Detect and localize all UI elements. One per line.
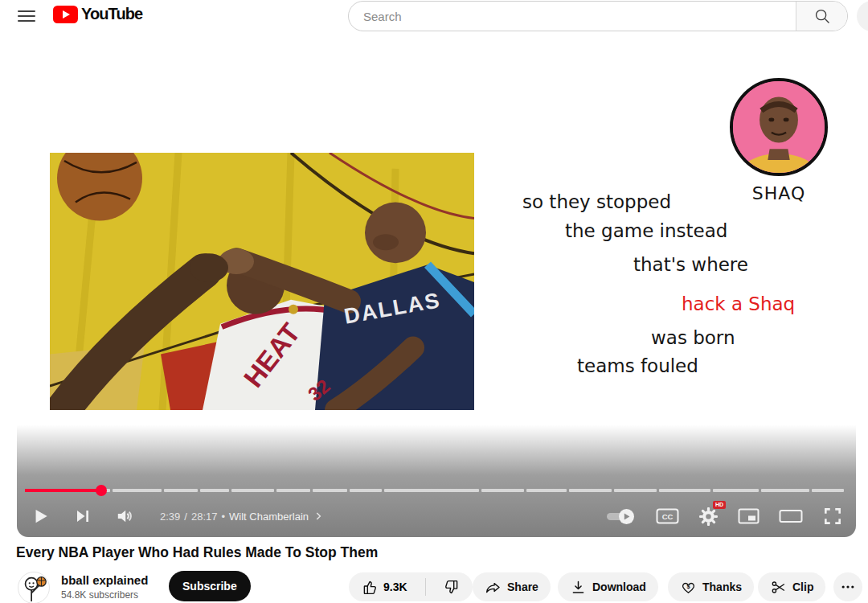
chapter-segment [113, 489, 161, 492]
caption-line: the game instead [565, 220, 727, 241]
chapter-segment [384, 489, 480, 492]
menu-button[interactable] [14, 6, 39, 27]
video-title: Every NBA Player Who Had Rules Made To S… [16, 544, 378, 561]
share-icon [485, 579, 502, 596]
share-label: Share [507, 580, 538, 593]
gear-icon [698, 507, 719, 527]
subscribe-button[interactable]: Subscribe [169, 571, 251, 601]
miniplayer-icon [738, 507, 760, 525]
duration: 28:17 [191, 511, 218, 523]
thanks-label: Thanks [702, 580, 742, 593]
youtube-logo[interactable]: YouTube [53, 5, 142, 23]
chapter-bullet: • [221, 511, 225, 523]
volume-button[interactable] [115, 506, 136, 527]
chapter-segment [526, 489, 566, 492]
youtube-wordmark: YouTube [81, 5, 142, 23]
chapter-segment [713, 489, 758, 492]
play-icon [30, 506, 51, 527]
time-display: 2:39 / 28:17 • Wilt Chamberlain [160, 511, 324, 523]
chapter-segment [614, 489, 657, 492]
player-controls: 2:39 / 28:17 • Wilt Chamberlain CC [17, 500, 856, 532]
fullscreen-icon [822, 506, 843, 527]
search-button[interactable] [796, 2, 847, 31]
miniplayer-button[interactable] [738, 507, 760, 525]
caption-line: that's where [633, 254, 748, 275]
clip-button[interactable]: Clip [758, 572, 825, 601]
search-input[interactable] [349, 2, 796, 31]
chapter-segment [164, 489, 198, 492]
channel-avatar[interactable] [18, 572, 50, 603]
play-button[interactable] [30, 506, 51, 527]
scissors-icon [770, 579, 787, 596]
search-icon [813, 7, 831, 25]
like-button[interactable]: 9.3K [349, 572, 420, 601]
youtube-play-icon [53, 6, 78, 23]
chevron-right-icon[interactable] [313, 511, 324, 522]
progress-played [25, 489, 101, 492]
cc-icon: CC [656, 507, 679, 525]
dislike-button[interactable] [432, 572, 473, 601]
like-dislike-group: 9.3K [349, 572, 473, 601]
chapter-segment [350, 489, 382, 492]
svg-text:CC: CC [662, 512, 674, 521]
chapter-segment [659, 489, 710, 492]
mic-button[interactable] [857, 1, 868, 31]
chapter-segment [481, 489, 524, 492]
search-bar [348, 1, 848, 31]
progress-scrubber[interactable] [96, 485, 107, 496]
download-icon [570, 579, 587, 596]
current-time: 2:39 [160, 511, 180, 523]
subtitles-button[interactable]: CC [656, 507, 679, 525]
thanks-button[interactable]: $ Thanks [668, 572, 754, 601]
fullscreen-button[interactable] [822, 506, 843, 527]
like-divider [425, 578, 426, 596]
more-actions-button[interactable] [833, 572, 862, 601]
chapter-segment [200, 489, 229, 492]
channel-name[interactable]: bball explained [61, 573, 148, 587]
download-label: Download [592, 580, 646, 593]
chapter-segment [569, 489, 612, 492]
heart-dollar-icon: $ [680, 579, 697, 596]
share-button[interactable]: Share [473, 572, 551, 601]
thumbs-up-icon [361, 579, 378, 596]
top-bar: YouTube [0, 0, 868, 37]
chapter-segment [812, 489, 844, 492]
video-player[interactable]: HEAT 32 DALLAS so they stopped the game … [17, 39, 856, 537]
thumbs-down-icon [444, 579, 461, 596]
next-button[interactable] [73, 507, 92, 526]
shaq-label: SHAQ [730, 183, 828, 203]
theater-button[interactable] [779, 507, 803, 525]
theater-icon [779, 507, 803, 525]
chapter-segment [231, 489, 274, 492]
progress-bar[interactable] [25, 489, 846, 492]
caption-line: hack a Shaq [682, 293, 795, 314]
time-separator: / [184, 511, 187, 523]
chapter-segment [313, 489, 347, 492]
download-button[interactable]: Download [558, 572, 658, 601]
autoplay-icon [604, 507, 637, 526]
chapter-title[interactable]: Wilt Chamberlain [229, 511, 309, 523]
chapter-segment [276, 489, 310, 492]
channel-subscribers: 54.8K subscribers [61, 589, 138, 601]
volume-icon [115, 506, 136, 527]
autoplay-toggle[interactable] [604, 507, 637, 526]
caption-line: was born [651, 327, 735, 348]
caption-line: so they stopped [522, 191, 671, 212]
settings-button[interactable] [698, 507, 719, 527]
caption-line: teams fouled [577, 355, 698, 376]
shaq-avatar [730, 78, 828, 176]
chapter-segment [761, 489, 809, 492]
more-icon [840, 579, 856, 595]
video-frame-art: HEAT 32 DALLAS [50, 153, 474, 410]
hd-badge: HD [713, 501, 726, 509]
next-icon [73, 507, 92, 526]
clip-label: Clip [792, 580, 813, 593]
like-count: 9.3K [383, 580, 407, 593]
